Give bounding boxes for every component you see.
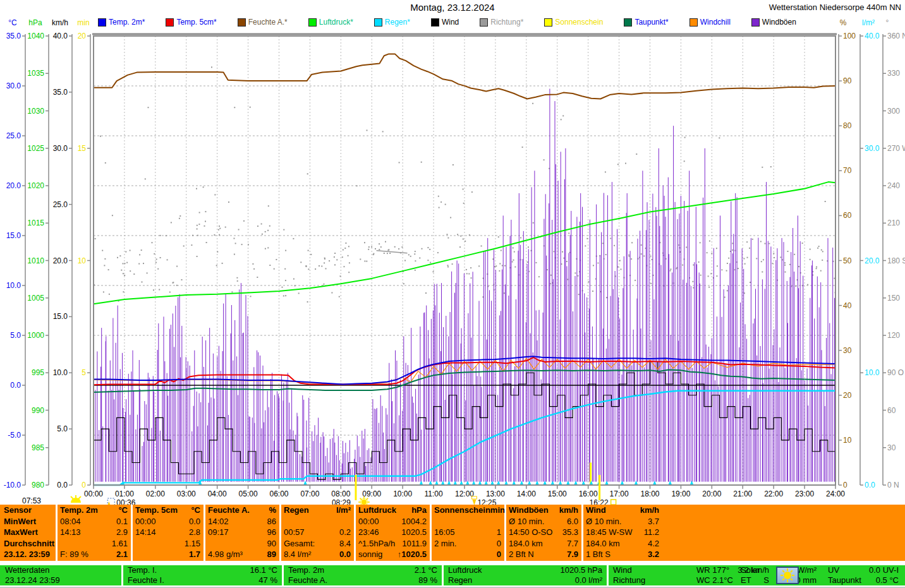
status-value: 2.1 °C xyxy=(415,565,440,575)
sensor-column-temp-2m: Temp. 2m°C08:040.114:132.91.61F: 89 %2.1 xyxy=(59,505,129,561)
svg-text:03:00: 03:00 xyxy=(177,489,196,498)
status-separator xyxy=(607,565,609,585)
cell-value: 0.1 xyxy=(116,516,129,527)
sensor-unit: km/h xyxy=(559,505,580,516)
svg-text:06:00: 06:00 xyxy=(269,489,288,498)
status-value: 0.5 °C xyxy=(876,575,901,585)
status-bar: Wetterdaten23.12.24 23:59Temp. I.16.1 °C… xyxy=(0,565,905,585)
legend-item: Taupunkt* xyxy=(624,18,668,27)
cell-value: 86 xyxy=(267,516,277,527)
status-value: 0.0 UV-I xyxy=(869,565,901,575)
legend-item: Windböen xyxy=(751,18,796,27)
sensor-name: Windböen xyxy=(507,505,549,516)
direction-swatch xyxy=(480,18,488,27)
sensor-column-wind: Windkm/hØ 10 min.3.718:45 W-SW11.2184.0 … xyxy=(585,505,660,561)
svg-text:240: 240 xyxy=(887,181,900,190)
status-label: Wetterdaten xyxy=(3,565,50,575)
series-feuchte-a- xyxy=(94,54,835,99)
svg-text:20:00: 20:00 xyxy=(702,489,721,498)
legend-label: Windchill xyxy=(700,18,731,27)
cell-value: 7.7 xyxy=(567,538,580,549)
axis-lm2: l/m²40.030.020.010.00.0 xyxy=(860,18,880,489)
svg-text:150: 150 xyxy=(887,294,900,303)
cell-label: sonnig xyxy=(357,549,382,560)
sensor-name: Sonnenschein xyxy=(433,505,490,516)
svg-text:%: % xyxy=(840,18,847,27)
rain-swatch xyxy=(374,18,382,27)
status-label: Feuchte A. xyxy=(286,575,327,585)
cell-label: Gesamt: xyxy=(282,538,315,549)
cell-label: ^1.5hPa/h xyxy=(357,538,395,549)
svg-text:09:00: 09:00 xyxy=(362,489,381,498)
svg-text:5: 5 xyxy=(82,368,86,377)
svg-text:5.0: 5.0 xyxy=(10,331,21,340)
sensor-column-luftdruck: LuftdruckhPa00:001004.223:461020.5^1.5hP… xyxy=(357,505,428,561)
status-label: Feuchte I. xyxy=(125,575,164,585)
legend-item: Regen* xyxy=(374,18,410,27)
cell-value: 2.9 xyxy=(116,527,129,538)
cell-value: 96 xyxy=(267,527,277,538)
legend-label: Temp. 5cm* xyxy=(176,18,216,27)
legend-item: Wind xyxy=(431,18,459,27)
svg-text:08:29: 08:29 xyxy=(332,498,351,505)
svg-text:00:36: 00:36 xyxy=(116,498,135,505)
axis-time: 00:0001:0002:0003:0004:0005:0006:0007:00… xyxy=(84,485,845,498)
dewpoint-swatch xyxy=(624,18,632,27)
svg-text:-10.0: -10.0 xyxy=(4,481,21,489)
sensor-name: Temp. 2m xyxy=(59,505,98,516)
legend-item: Feuchte A.* xyxy=(238,18,288,27)
row-label: Sensor xyxy=(3,505,32,516)
cell-label xyxy=(134,549,135,560)
weather-chart: °C35.030.025.020.015.010.05.00.0-5.0-10.… xyxy=(0,0,905,505)
sensor-unit: hPa xyxy=(411,505,428,516)
svg-text:20.0: 20.0 xyxy=(865,256,880,265)
svg-text:20: 20 xyxy=(843,391,852,400)
svg-text:07:53: 07:53 xyxy=(22,496,41,505)
svg-text:12:00: 12:00 xyxy=(455,489,474,498)
table-column-separator xyxy=(430,505,432,561)
cell-value: 0.2 xyxy=(339,527,352,538)
svg-text:0.0: 0.0 xyxy=(57,481,68,489)
axis-percent: %1009080706050403020100 xyxy=(839,18,856,489)
svg-text:18:00: 18:00 xyxy=(640,489,659,498)
windchill-swatch xyxy=(689,18,698,27)
svg-text:21:00: 21:00 xyxy=(733,489,752,498)
cell-label xyxy=(433,516,434,527)
status-label: Solar xyxy=(738,565,760,575)
row-label: 23.12. 23:59 xyxy=(3,549,50,560)
svg-text:300: 300 xyxy=(887,107,900,116)
cell-value: ↑1020.5 xyxy=(398,549,428,560)
axis-deg: °360 N330300270 W240210180 S15012090 O60… xyxy=(883,18,905,489)
svg-text:10:00: 10:00 xyxy=(393,489,412,498)
cell-value: 7.9 xyxy=(567,549,580,560)
svg-text:22:00: 22:00 xyxy=(764,489,783,498)
svg-text:20.0: 20.0 xyxy=(53,256,68,265)
svg-text:30: 30 xyxy=(843,346,852,355)
cell-label: 00:00 xyxy=(134,516,156,527)
table-column-separator xyxy=(581,505,583,561)
svg-text:360 N: 360 N xyxy=(887,32,905,40)
legend-label: Richtung* xyxy=(490,18,523,27)
status-label: Luftdruck xyxy=(446,565,482,575)
svg-text:13:00: 13:00 xyxy=(486,489,505,498)
sensor-name: Luftdruck xyxy=(357,505,396,516)
status-value: 47 % xyxy=(258,575,280,585)
cell-value: 0 xyxy=(497,538,502,549)
axis-kmh: km/h40.035.030.025.020.015.010.05.00.0 xyxy=(52,18,72,489)
svg-text:60: 60 xyxy=(843,211,852,220)
table-column-separator xyxy=(56,505,58,561)
cell-value: 89 xyxy=(267,549,277,560)
legend-label: Regen* xyxy=(385,18,410,27)
cell-label: 23:46 xyxy=(357,527,379,538)
sensor-column-regen: Regenl/m²00:570.2Gesamt:8.48.4 l/m²0.0 xyxy=(282,505,352,561)
svg-text:35.0: 35.0 xyxy=(53,88,68,97)
svg-text:0.0: 0.0 xyxy=(865,481,875,489)
svg-text:km/h: km/h xyxy=(52,18,68,27)
cell-label: 16:05 xyxy=(433,527,455,538)
svg-text:05:00: 05:00 xyxy=(239,489,258,498)
status-separator xyxy=(442,565,444,585)
cell-label xyxy=(282,516,284,527)
cell-value: 8.4 xyxy=(339,538,352,549)
cell-label: 2 Bft N xyxy=(507,549,534,560)
svg-text:330: 330 xyxy=(887,69,900,78)
